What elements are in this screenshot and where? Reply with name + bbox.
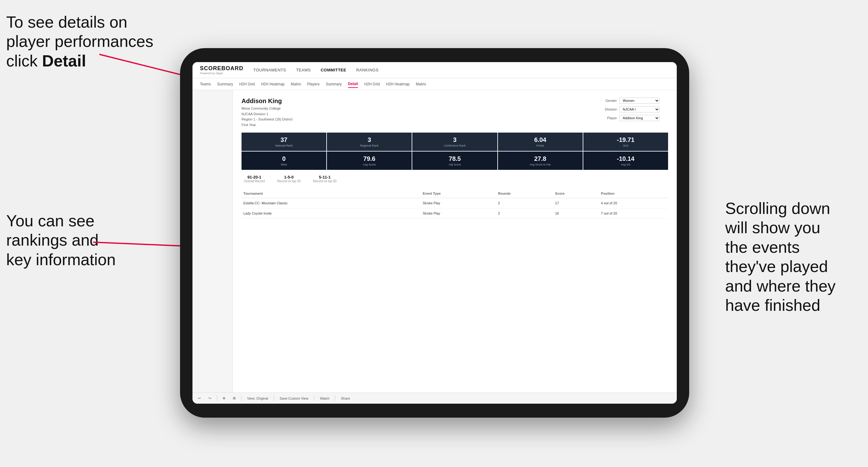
watch-btn[interactable]: Watch	[318, 396, 331, 401]
division-label: Division	[600, 107, 617, 111]
player-school: Mesa Community College	[242, 106, 292, 112]
subnav-teams[interactable]: Teams	[200, 81, 211, 88]
player-label: Player	[600, 116, 617, 120]
stat-wins: 0 Wins	[242, 152, 326, 170]
stat-avg-score: 79.6 Avg Score	[327, 152, 412, 170]
gender-filter-row: Gender Women Men	[600, 97, 668, 104]
table-row: Estella CC- Mountain Classic Stroke Play…	[242, 198, 668, 208]
event-type-2: Stroke Play	[421, 208, 496, 219]
logo-sub: Powered by clippd	[200, 72, 243, 75]
annotation-bottomleft: You can see rankings and key information	[6, 211, 116, 269]
player-header: Addison King Mesa Community College NJCA…	[242, 97, 668, 128]
col-rounds: Rounds	[496, 189, 553, 198]
subnav-summary2[interactable]: Summary	[326, 81, 341, 88]
player-info: Addison King Mesa Community College NJCA…	[242, 97, 292, 128]
annotation-topleft: To see details on player performances cl…	[6, 12, 153, 70]
nav-committee[interactable]: COMMITTEE	[321, 66, 346, 73]
bottom-toolbar: ↩ ↪ ⊕ ⊞ View: Original Save Custom View …	[192, 393, 677, 404]
gender-label: Gender	[600, 99, 617, 102]
player-select[interactable]: Addison King	[619, 115, 660, 121]
stat-regional-rank: 3 Regional Rank	[327, 132, 412, 151]
table-row: Lady Coyote Invite Stroke Play 2 16 7 ou…	[242, 208, 668, 219]
zoom-btn[interactable]: ⊕	[221, 395, 227, 401]
separator-4	[314, 396, 314, 401]
record-top25: 1-5-0 Record vs top 25	[277, 175, 301, 183]
stat-conference-rank: 3 Conference Rank	[412, 132, 497, 151]
subnav-h2hgrid2[interactable]: H2H Grid	[364, 81, 380, 88]
rounds-1: 2	[496, 198, 553, 208]
score-1: 17	[553, 198, 599, 208]
view-original-btn[interactable]: View: Original	[245, 396, 270, 401]
subnav-matrix1[interactable]: Matrix	[291, 81, 301, 88]
record-top50: 5-11-1 Record vs top 50	[313, 175, 337, 183]
tournament-table: Tournament Event Type Rounds Score Posit…	[242, 189, 668, 219]
stat-points: 6.04 Points	[498, 132, 583, 151]
player-filters: Gender Women Men Division NJCAA I	[600, 97, 668, 121]
player-filter-row: Player Addison King	[600, 115, 668, 121]
stats-grid-1: 37 National Rank 3 Regional Rank 3 Confe…	[242, 132, 668, 151]
player-year: First Year	[242, 122, 292, 128]
subnav-summary[interactable]: Summary	[217, 81, 233, 88]
main-nav: TOURNAMENTS TEAMS COMMITTEE RANKINGS	[253, 66, 378, 73]
col-score: Score	[553, 189, 599, 198]
col-spacer	[408, 189, 421, 198]
subnav-h2hheatmap1[interactable]: H2H Heatmap	[261, 81, 285, 88]
tournament-name-2: Lady Coyote Invite	[242, 208, 408, 219]
stat-adj-score: 78.5 Adj Score	[412, 152, 497, 170]
sub-nav: Teams Summary H2H Grid H2H Heatmap Matri…	[192, 78, 677, 90]
stat-avg-score-par: 27.8 Avg Score to Par	[498, 152, 583, 170]
stat-sos: -19.71 SoS	[583, 132, 668, 151]
col-event-type: Event Type	[421, 189, 496, 198]
content-area: Addison King Mesa Community College NJCA…	[233, 90, 677, 393]
separator-3	[274, 396, 274, 401]
rounds-2: 2	[496, 208, 553, 219]
nav-teams[interactable]: TEAMS	[296, 66, 311, 73]
position-2: 7 out of 20	[599, 208, 668, 219]
position-1: 4 out of 20	[599, 198, 668, 208]
records-row: 91-20-1 Overall Record 1-5-0 Record vs t…	[242, 175, 668, 183]
col-position: Position	[599, 189, 668, 198]
subnav-players[interactable]: Players	[307, 81, 319, 88]
fit-btn[interactable]: ⊞	[231, 395, 238, 401]
subnav-h2hgrid1[interactable]: H2H Grid	[239, 81, 255, 88]
stat-avg-sg: -10.14 Avg SG	[583, 152, 668, 170]
record-overall: 91-20-1 Overall Record	[244, 175, 265, 183]
player-region: Region 1 - Southwest (18) District	[242, 117, 292, 122]
nav-rankings[interactable]: RANKINGS	[356, 66, 378, 73]
stat-national-rank: 37 National Rank	[242, 132, 326, 151]
subnav-detail[interactable]: Detail	[348, 81, 358, 88]
division-select[interactable]: NJCAA I	[619, 106, 660, 113]
separator-1	[217, 396, 217, 401]
separator-2	[241, 396, 242, 401]
sidebar	[192, 90, 233, 393]
logo-title: SCOREBOARD	[200, 65, 243, 72]
stats-grid-2: 0 Wins 79.6 Avg Score 78.5 Adj Score 27.…	[242, 152, 668, 170]
subnav-h2hheatmap2[interactable]: H2H Heatmap	[386, 81, 409, 88]
undo-btn[interactable]: ↩	[196, 395, 203, 401]
top-nav: SCOREBOARD Powered by clippd TOURNAMENTS…	[192, 62, 677, 78]
gender-select[interactable]: Women Men	[619, 97, 660, 104]
save-custom-btn[interactable]: Save Custom View	[278, 396, 310, 401]
share-btn[interactable]: Share	[339, 396, 352, 401]
main-content: Addison King Mesa Community College NJCA…	[192, 90, 677, 393]
division-filter-row: Division NJCAA I	[600, 106, 668, 113]
col-tournament: Tournament	[242, 189, 408, 198]
score-2: 16	[553, 208, 599, 219]
nav-tournaments[interactable]: TOURNAMENTS	[253, 66, 286, 73]
annotation-right: Scrolling down will show you the events …	[725, 199, 862, 315]
tournament-name-1: Estella CC- Mountain Classic	[242, 198, 408, 208]
player-name: Addison King	[242, 97, 292, 105]
separator-5	[335, 396, 335, 401]
player-division: NJCAA Division 1	[242, 112, 292, 117]
redo-btn[interactable]: ↪	[207, 395, 213, 401]
tablet-frame: SCOREBOARD Powered by clippd TOURNAMENTS…	[180, 48, 689, 417]
subnav-matrix2[interactable]: Matrix	[416, 81, 426, 88]
tablet-screen: SCOREBOARD Powered by clippd TOURNAMENTS…	[192, 62, 677, 404]
event-type-1: Stroke Play	[421, 198, 496, 208]
scoreboard-logo: SCOREBOARD Powered by clippd	[200, 65, 243, 75]
